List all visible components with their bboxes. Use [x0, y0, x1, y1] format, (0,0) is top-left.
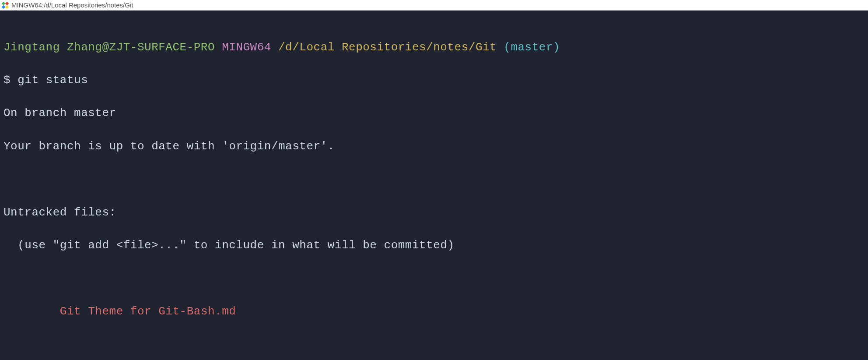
- prompt-branch: (master): [504, 41, 560, 54]
- command-text: git status: [18, 74, 88, 87]
- window-title-bar[interactable]: MINGW64:/d/Local Repositories/notes/Git: [0, 0, 868, 11]
- terminal-area[interactable]: Jingtang Zhang@ZJT-SURFACE-PRO MINGW64 /…: [0, 11, 868, 360]
- untracked-indent: [4, 305, 60, 318]
- output-untracked-hint: (use "git add <file>..." to include in w…: [4, 237, 864, 254]
- output-up-to-date: Your branch is up to date with 'origin/m…: [4, 138, 864, 155]
- prompt-user: Jingtang Zhang@ZJT-SURFACE-PRO: [4, 41, 215, 54]
- window-title-text: MINGW64:/d/Local Repositories/notes/Git: [11, 1, 133, 9]
- output-untracked-header: Untracked files:: [4, 205, 864, 221]
- svg-rect-3: [5, 5, 9, 8]
- output-untracked-file-line: Git Theme for Git-Bash.md: [4, 304, 864, 320]
- svg-rect-0: [2, 2, 5, 5]
- prompt-host: MINGW64: [222, 41, 271, 54]
- output-blank-2: [4, 270, 864, 287]
- command-line-1: $ git status: [4, 72, 864, 89]
- untracked-file: Git Theme for Git-Bash.md: [60, 305, 236, 318]
- output-blank-3: [4, 336, 864, 353]
- output-blank-1: [4, 171, 864, 188]
- svg-rect-2: [2, 5, 5, 8]
- git-bash-icon: [2, 2, 9, 9]
- svg-rect-1: [5, 2, 9, 5]
- output-branch: On branch master: [4, 105, 864, 122]
- prompt-path: /d/Local Repositories/notes/Git: [278, 41, 497, 54]
- prompt-char: $: [4, 74, 18, 87]
- prompt-line-1: Jingtang Zhang@ZJT-SURFACE-PRO MINGW64 /…: [4, 39, 864, 56]
